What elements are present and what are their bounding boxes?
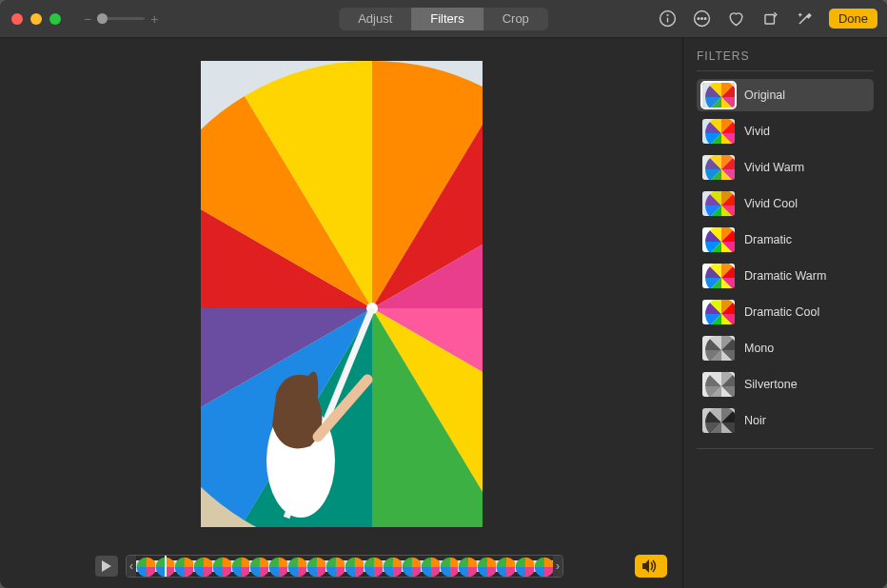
- filter-item-vivid[interactable]: Vivid: [697, 115, 874, 147]
- zoom-out-icon[interactable]: −: [84, 11, 91, 27]
- editor-body: ‹: [0, 38, 887, 588]
- window-controls: [0, 13, 61, 25]
- zoom-track[interactable]: [97, 17, 145, 20]
- titlebar: − + Adjust Filters Crop: [0, 0, 887, 38]
- filter-label: Noir: [744, 414, 766, 427]
- toolbar-right: Done: [658, 9, 877, 29]
- svg-point-4: [699, 18, 700, 20]
- auto-enhance-icon[interactable]: [795, 9, 816, 29]
- edit-mode-tabs: Adjust Filters Crop: [339, 8, 548, 30]
- filter-item-mono[interactable]: Mono: [697, 332, 874, 364]
- sidebar-divider: [697, 448, 874, 449]
- canvas-center: [0, 38, 682, 550]
- filters-sidebar: FILTERS OriginalVividVivid WarmVivid Coo…: [682, 38, 887, 588]
- rotate-icon[interactable]: [760, 9, 781, 29]
- timeline-frames[interactable]: [136, 556, 553, 577]
- app-window: − + Adjust Filters Crop: [0, 0, 887, 588]
- filter-thumbnail: [702, 191, 735, 216]
- play-button[interactable]: [95, 556, 118, 577]
- svg-point-2: [668, 15, 669, 16]
- trim-start-handle[interactable]: ‹: [127, 556, 136, 577]
- tab-crop[interactable]: Crop: [483, 8, 548, 30]
- tab-filters[interactable]: Filters: [411, 8, 483, 30]
- info-icon[interactable]: [658, 9, 679, 29]
- filter-thumbnail: [702, 155, 735, 180]
- zoom-thumb[interactable]: [97, 13, 108, 24]
- filter-thumbnail: [702, 372, 735, 397]
- tab-adjust[interactable]: Adjust: [339, 8, 411, 30]
- filter-label: Dramatic Cool: [744, 305, 819, 319]
- filter-thumbnail: [702, 408, 735, 433]
- main-photo: [201, 61, 483, 527]
- filter-list: OriginalVividVivid WarmVivid CoolDramati…: [697, 79, 874, 437]
- filter-item-silvertone[interactable]: Silvertone: [697, 368, 874, 401]
- filter-item-dramaticwarm[interactable]: Dramatic Warm: [697, 260, 874, 292]
- filter-item-vividwarm[interactable]: Vivid Warm: [697, 151, 874, 184]
- filter-thumbnail: [702, 264, 735, 288]
- filter-label: Dramatic: [744, 233, 792, 246]
- svg-point-6: [705, 18, 707, 20]
- filter-label: Vivid Warm: [744, 161, 804, 174]
- video-timeline-bar: ‹: [0, 550, 682, 588]
- filter-label: Original: [744, 88, 785, 102]
- done-button[interactable]: Done: [829, 9, 877, 29]
- minimize-window-button[interactable]: [30, 13, 42, 25]
- filter-label: Mono: [744, 342, 774, 355]
- filter-label: Silvertone: [744, 378, 798, 391]
- filter-item-noir[interactable]: Noir: [697, 404, 874, 437]
- filter-label: Vivid Cool: [744, 197, 798, 210]
- playhead[interactable]: [165, 555, 167, 578]
- filter-thumbnail: [702, 336, 735, 361]
- zoom-slider[interactable]: − +: [84, 11, 158, 27]
- video-timeline[interactable]: ‹: [126, 555, 563, 578]
- sidebar-title: FILTERS: [697, 49, 874, 71]
- filter-label: Vivid: [744, 125, 770, 138]
- filter-thumbnail: [702, 83, 735, 108]
- canvas-area: ‹: [0, 38, 682, 588]
- zoom-in-icon[interactable]: +: [150, 11, 158, 27]
- filter-label: Dramatic Warm: [744, 269, 826, 283]
- filter-item-dramaticcool[interactable]: Dramatic Cool: [697, 296, 874, 328]
- filter-thumbnail: [702, 119, 735, 144]
- more-icon[interactable]: [692, 9, 713, 29]
- favorite-heart-icon[interactable]: [726, 9, 747, 29]
- filter-item-dramatic[interactable]: Dramatic: [697, 224, 874, 256]
- volume-button[interactable]: [635, 555, 667, 578]
- filter-thumbnail: [702, 227, 735, 252]
- svg-point-5: [701, 18, 703, 20]
- filter-item-vividcool[interactable]: Vivid Cool: [697, 187, 874, 220]
- filter-thumbnail: [702, 300, 735, 324]
- fullscreen-window-button[interactable]: [49, 13, 61, 25]
- trim-end-handle[interactable]: ›: [553, 556, 562, 577]
- close-window-button[interactable]: [11, 13, 23, 25]
- filter-item-original[interactable]: Original: [697, 79, 874, 111]
- svg-rect-7: [765, 15, 775, 25]
